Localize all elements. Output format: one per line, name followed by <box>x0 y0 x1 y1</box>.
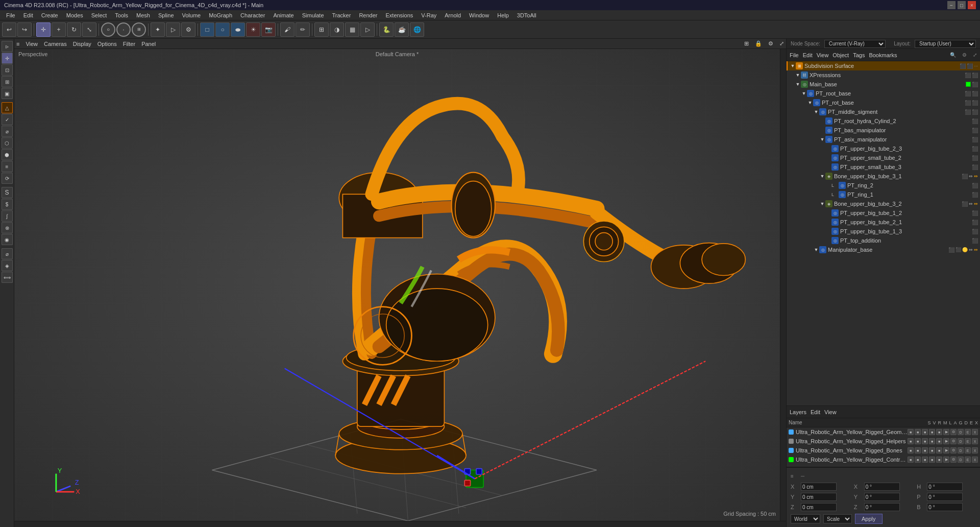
tree-item-ptasix[interactable]: ▼ ◎ PT_asix_manipulator ⬛ <box>787 135 980 144</box>
menu-mograph[interactable]: MoGraph <box>205 11 236 19</box>
new-button[interactable]: ✦ <box>151 22 165 37</box>
om-search[interactable]: 🔍 <box>950 52 956 58</box>
left-tool-sculpt4[interactable]: ⊗ <box>2 222 13 233</box>
layer-icon-d[interactable]: D <box>958 429 964 435</box>
tree-item-ring1[interactable]: L ◎ PT_ring_1 ⬛ <box>787 190 980 199</box>
viewport-display-menu[interactable]: Display <box>73 41 91 47</box>
viewport-filter-menu[interactable]: Filter <box>123 41 135 47</box>
left-tool-mode1[interactable]: ▹ <box>2 41 13 52</box>
left-tool-spin[interactable]: ⟳ <box>2 173 13 184</box>
tree-item-pttop[interactable]: ◎ PT_top_addition ⬛ <box>787 236 980 245</box>
layer-icon-m3[interactable]: ■ <box>929 447 935 453</box>
layer-row-geometry[interactable]: Ultra_Robotic_Arm_Yellow_Rigged_Geometry… <box>787 427 980 437</box>
layer-icon-d2[interactable]: D <box>958 438 964 444</box>
paint-button[interactable]: 🖌 <box>280 22 295 37</box>
coord-b-input[interactable] <box>927 503 963 511</box>
left-tool-paint[interactable]: ✓ <box>2 114 13 125</box>
sculpt-button[interactable]: ✏ <box>296 22 310 37</box>
layer-icon-l3[interactable]: ■ <box>936 447 942 453</box>
layer-icon-x3[interactable]: X <box>972 447 978 453</box>
layout-select[interactable]: Startup (User) <box>915 40 976 48</box>
menu-mesh[interactable]: Mesh <box>132 11 154 19</box>
coords-menu-icon[interactable]: ≡ <box>791 473 801 479</box>
tree-item-ptbas[interactable]: ◎ PT_bas_manipulator ⬛ <box>787 126 980 135</box>
om-expand[interactable]: ⤢ <box>973 52 977 58</box>
menu-arnold[interactable]: Arnold <box>440 11 465 19</box>
tree-item-tube21[interactable]: ◎ PT_upper_big_tube_2_1 ⬛ <box>787 218 980 227</box>
cube-button[interactable]: □ <box>200 22 214 37</box>
grid-button[interactable]: ⊞ <box>314 22 329 37</box>
om-options[interactable]: ⚙ <box>962 52 967 58</box>
layer-icon-v3[interactable]: ■ <box>915 447 921 453</box>
open-button[interactable]: ▷ <box>166 22 180 37</box>
node-space-select[interactable]: Current (V-Ray) <box>824 40 886 48</box>
layer-icon-r3[interactable]: ■ <box>922 447 928 453</box>
mode-edges-button[interactable]: ⊞ <box>132 22 146 37</box>
layer-icon-m4[interactable]: ■ <box>929 457 935 463</box>
menu-vray[interactable]: V-Ray <box>417 11 440 19</box>
viewport-cameras-menu[interactable]: Cameras <box>44 41 67 47</box>
coord-z-pos-input[interactable] <box>801 503 837 511</box>
left-tool-mode5[interactable]: ▣ <box>2 88 13 99</box>
tree-item-ptmiddle[interactable]: ▼ ◎ PT_middle_sigment ⬛ ⬛ <box>787 107 980 116</box>
layer-icon-e4[interactable]: E <box>965 457 971 463</box>
layer-icon-l2[interactable]: ■ <box>936 438 942 444</box>
viewport[interactable]: Perspective Default Camera * Grid Spacin… <box>14 49 780 521</box>
rotate-tool-button[interactable]: ↻ <box>67 22 81 37</box>
left-tool-bevel[interactable]: ⬢ <box>2 149 13 160</box>
left-tool-sculpt5[interactable]: ◉ <box>2 234 13 245</box>
settings-button[interactable]: ⚙ <box>181 22 195 37</box>
render-button[interactable]: ▷ <box>360 22 375 37</box>
menu-tools[interactable]: Tools <box>111 11 132 19</box>
menu-create[interactable]: Create <box>37 11 62 19</box>
coord-x-rot-input[interactable] <box>864 483 900 491</box>
maximize-button[interactable]: □ <box>958 1 966 9</box>
light-button[interactable]: ☀ <box>246 22 260 37</box>
tree-item-ptrotbase[interactable]: ▼ ◎ PT_rot_base ⬛ ⬛ <box>787 98 980 107</box>
left-tool-polygon[interactable]: △ <box>2 102 13 113</box>
minimize-button[interactable]: − <box>947 1 955 9</box>
menu-window[interactable]: Window <box>465 11 493 19</box>
left-tool-extrude[interactable]: ⬡ <box>2 137 13 149</box>
left-tool-mode4[interactable]: ⊞ <box>2 76 13 87</box>
coord-x-pos-input[interactable] <box>801 483 837 491</box>
om-tags-menu[interactable]: Tags <box>853 52 865 58</box>
layer-icon-e3[interactable]: E <box>965 447 971 453</box>
layer-icon-g3[interactable]: ⚙ <box>950 447 957 453</box>
camera-button[interactable]: 📷 <box>261 22 276 37</box>
layer-icon-s2[interactable]: ■ <box>908 438 914 444</box>
layer-icon-a2[interactable]: ▶ <box>943 438 949 444</box>
layer-icon-d4[interactable]: D <box>958 457 964 463</box>
coord-y-pos-input[interactable] <box>801 493 837 501</box>
om-bookmarks-menu[interactable]: Bookmarks <box>869 52 897 58</box>
layer-icon-v2[interactable]: ■ <box>915 438 921 444</box>
tree-item-tube12[interactable]: ◎ PT_upper_big_tube_1_2 ⬛ <box>787 208 980 218</box>
layer-icon-x[interactable]: X <box>972 429 978 435</box>
tree-item-subdivision[interactable]: ▼ ⊞ Subdivision Surface ⬛ ⬛ ··· <box>787 61 980 70</box>
web-button[interactable]: 🌐 <box>410 22 424 37</box>
sphere-button[interactable]: ○ <box>215 22 230 37</box>
menu-character[interactable]: Character <box>236 11 269 19</box>
layer-icon-e[interactable]: E <box>965 429 971 435</box>
layer-icon-g4[interactable]: ⚙ <box>950 457 957 463</box>
viewport-panel-menu[interactable]: Panel <box>141 41 156 47</box>
layer-row-bones[interactable]: Ultra_Robotic_Arm_Yellow_Rigged_Bones ■ … <box>787 446 980 455</box>
lm-layers-menu[interactable]: Layers <box>790 409 806 415</box>
om-view-menu[interactable]: View <box>817 52 829 58</box>
menu-modes[interactable]: Modes <box>62 11 87 19</box>
menu-extensions[interactable]: Extensions <box>381 11 417 19</box>
menu-3dtoall[interactable]: 3DToAll <box>513 11 541 19</box>
layer-icon-m[interactable]: ■ <box>929 429 935 435</box>
viewport-menu-icon[interactable]: ≡ <box>16 41 19 47</box>
layer-icon-l4[interactable]: ■ <box>936 457 942 463</box>
layer-icon-s4[interactable]: ■ <box>908 457 914 463</box>
close-button[interactable]: × <box>968 1 976 9</box>
tree-item-manipulator[interactable]: ▼ ◎ Manipulator_base ⬛ ⬛ 🟡 ⇔ ⇔ <box>787 245 980 254</box>
coord-p-input[interactable] <box>927 493 963 501</box>
left-tool-symmetry[interactable]: ⟺ <box>2 272 13 283</box>
layer-icon-v[interactable]: ■ <box>915 429 921 435</box>
coord-z-rot-input[interactable] <box>864 503 900 511</box>
menu-render[interactable]: Render <box>355 11 381 19</box>
python-button[interactable]: 🐍 <box>379 22 394 37</box>
layer-icon-g[interactable]: ⚙ <box>950 429 957 435</box>
